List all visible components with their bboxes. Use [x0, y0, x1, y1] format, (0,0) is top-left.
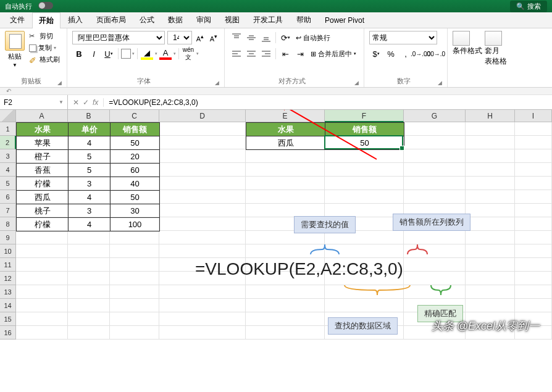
font-size-select[interactable]: 14 [167, 31, 192, 44]
tab-help[interactable]: 帮助 [290, 12, 317, 28]
row-header-12[interactable]: 12 [0, 272, 16, 285]
cell-I7[interactable] [515, 204, 552, 217]
col-header-H[interactable]: H [466, 110, 515, 122]
cell-G4[interactable] [404, 163, 466, 177]
borders-button[interactable] [121, 49, 131, 59]
font-color-button[interactable]: A [159, 47, 172, 60]
cell-F7[interactable] [325, 204, 404, 217]
cell-C12[interactable] [110, 272, 159, 285]
undo-icon[interactable]: ↶ [6, 88, 11, 94]
tab-data[interactable]: 数据 [162, 12, 189, 28]
fill-color-button[interactable]: ◢ [140, 47, 154, 60]
currency-button[interactable]: $▾ [369, 47, 383, 60]
col-header-B[interactable]: B [68, 110, 110, 122]
cell-I5[interactable] [515, 177, 552, 190]
cell-G5[interactable] [404, 177, 466, 190]
increase-font-button[interactable]: A▴ [194, 32, 206, 43]
italic-button[interactable]: I [87, 47, 101, 60]
row-header-14[interactable]: 14 [0, 299, 16, 312]
row-header-10[interactable]: 10 [0, 244, 16, 258]
cell-H5[interactable] [466, 177, 515, 190]
row-header-5[interactable]: 5 [0, 177, 16, 190]
cell-D14[interactable] [159, 299, 246, 312]
cell-B13[interactable] [68, 285, 110, 299]
cell-C14[interactable] [110, 299, 159, 312]
cell-D4[interactable] [159, 163, 246, 177]
bold-button[interactable]: B [72, 47, 86, 60]
cell-B16[interactable] [68, 326, 110, 340]
format-painter-button[interactable]: ✐格式刷 [27, 54, 62, 65]
tab-insert[interactable]: 插入 [62, 12, 89, 28]
paste-button[interactable]: 粘贴 ▼ [5, 31, 25, 68]
formula-input[interactable]: =VLOOKUP(E2,A2:C8,3,0) [104, 95, 552, 109]
align-right-button[interactable] [259, 47, 273, 60]
cell-D7[interactable] [159, 204, 246, 217]
row-header-8[interactable]: 8 [0, 217, 16, 231]
fx-button[interactable]: fx [93, 98, 98, 107]
cell-I13[interactable] [515, 285, 552, 299]
cell-D10[interactable] [159, 244, 246, 258]
cell-E7[interactable] [246, 204, 325, 217]
cell-I14[interactable] [515, 299, 552, 312]
cell-I4[interactable] [515, 163, 552, 177]
cell-D2[interactable] [159, 136, 246, 149]
accept-formula-button[interactable]: ✓ [83, 98, 89, 107]
orientation-button[interactable]: ⟳▾ [278, 31, 292, 44]
cell-B15[interactable] [68, 312, 110, 326]
col-header-C[interactable]: C [110, 110, 159, 122]
cell-H9[interactable] [466, 231, 515, 244]
cell-E16[interactable] [246, 326, 325, 340]
cell-E5[interactable] [246, 177, 325, 190]
col-header-I[interactable]: I [515, 110, 552, 122]
cell-C13[interactable] [110, 285, 159, 299]
tab-review[interactable]: 审阅 [190, 12, 217, 28]
cell-H12[interactable] [466, 272, 515, 285]
col-header-F[interactable]: F [325, 110, 404, 122]
cell-I6[interactable] [515, 190, 552, 204]
underline-button[interactable]: U▾ [102, 47, 115, 60]
align-center-button[interactable] [245, 47, 258, 60]
cell-D1[interactable] [159, 122, 246, 136]
number-launcher[interactable]: ◢ [438, 80, 442, 86]
select-all-corner[interactable] [0, 110, 16, 122]
cell-A15[interactable] [16, 312, 68, 326]
autosave-toggle[interactable] [38, 2, 53, 9]
cell-G6[interactable] [404, 190, 466, 204]
cell-D3[interactable] [159, 149, 246, 163]
cell-H2[interactable] [466, 136, 515, 149]
tab-file[interactable]: 文件 [4, 12, 31, 28]
cell-D13[interactable] [159, 285, 246, 299]
cell-I12[interactable] [515, 272, 552, 285]
cell-D8[interactable] [159, 217, 246, 231]
cell-I11[interactable] [515, 258, 552, 272]
cell-E4[interactable] [246, 163, 325, 177]
cell-A12[interactable] [16, 272, 68, 285]
cell-E15[interactable] [246, 312, 325, 326]
format-table-button[interactable]: 套月 表格格 [485, 31, 507, 67]
row-header-3[interactable]: 3 [0, 149, 16, 163]
conditional-format-button[interactable]: 条件格式 [453, 31, 482, 56]
cell-F3[interactable] [325, 149, 404, 163]
cell-I1[interactable] [515, 122, 552, 136]
cell-A10[interactable] [16, 244, 68, 258]
cell-G9[interactable] [404, 231, 466, 244]
cell-C11[interactable] [110, 258, 159, 272]
cell-H1[interactable] [466, 122, 515, 136]
cell-I9[interactable] [515, 231, 552, 244]
cell-D9[interactable] [159, 231, 246, 244]
align-bottom-button[interactable] [259, 31, 273, 44]
cell-H3[interactable] [466, 149, 515, 163]
font-name-select[interactable]: 阿里巴巴普惠体 [72, 31, 165, 44]
cell-F4[interactable] [325, 163, 404, 177]
merge-center-button[interactable]: ⊞合并后居中▾ [308, 48, 359, 60]
col-header-E[interactable]: E [246, 110, 325, 122]
cell-G1[interactable] [404, 122, 466, 136]
cell-B12[interactable] [68, 272, 110, 285]
tab-powerpivot[interactable]: Power Pivot [319, 14, 370, 27]
cell-A14[interactable] [16, 299, 68, 312]
row-header-2[interactable]: 2 [0, 136, 16, 149]
tab-layout[interactable]: 页面布局 [90, 12, 132, 28]
cell-H13[interactable] [466, 285, 515, 299]
cell-E14[interactable] [246, 299, 325, 312]
cell-H11[interactable] [466, 258, 515, 272]
